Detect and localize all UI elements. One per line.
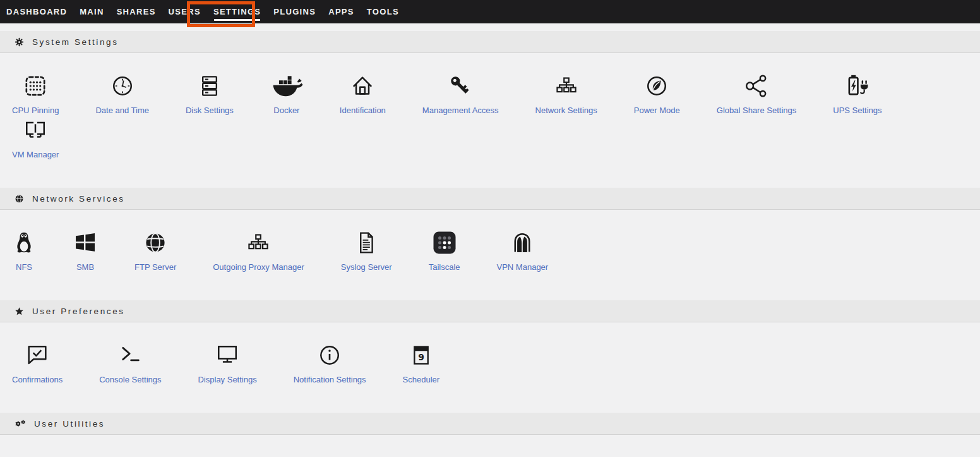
settings-item-ups-settings[interactable]: UPS Settings [815, 71, 900, 116]
section-user-preferences: User PreferencesConfirmationsConsole Set… [0, 300, 980, 413]
nav-tab-label: DASHBOARD [6, 7, 67, 16]
section-header-user-utilities: User Utilities [0, 413, 980, 435]
settings-item-notification-settings[interactable]: Notification Settings [275, 341, 385, 385]
settings-item-label: VPN Manager [497, 262, 549, 272]
section-user-utilities: User UtilitiesCommunity Applications [0, 413, 980, 457]
section-network-services: Network ServicesNFSSMBFTP ServerOutgoing… [0, 188, 980, 300]
settings-item-display-settings[interactable]: Display Settings [179, 341, 275, 385]
settings-item-community-applications[interactable]: Community Applications [0, 453, 118, 457]
star-icon [15, 307, 24, 316]
file-lines-icon [354, 228, 379, 257]
settings-item-label: Disk Settings [186, 106, 234, 116]
nav-tab-label: USERS [169, 7, 201, 16]
wireguard-icon [510, 228, 535, 257]
settings-item-console-settings[interactable]: Console Settings [81, 341, 179, 385]
nav-tab-label: APPS [328, 7, 354, 16]
tux-penguin-icon [12, 228, 36, 257]
settings-item-cpu-pinning[interactable]: CPU Pinning [0, 71, 77, 116]
server-stack-icon [197, 71, 222, 101]
settings-item-outgoing-proxy-manager[interactable]: Outgoing Proxy Manager [194, 228, 323, 272]
section-title: User Utilities [34, 419, 105, 429]
settings-page: DASHBOARDMAINSHARESUSERSSETTINGSPLUGINSA… [0, 0, 980, 457]
nav-tab-label: MAIN [80, 7, 104, 16]
comment-check-icon [25, 341, 50, 370]
section-header-user-preferences: User Preferences [0, 300, 980, 322]
settings-item-network-settings[interactable]: Network Settings [517, 71, 616, 116]
settings-item-management-access[interactable]: Management Access [404, 71, 517, 116]
settings-item-label: Tailscale [429, 262, 460, 272]
settings-item-identification[interactable]: Identification [321, 71, 404, 116]
settings-item-label: VM Manager [12, 150, 59, 160]
settings-item-scheduler[interactable]: 9Scheduler [385, 341, 458, 385]
gears-icon [15, 419, 26, 429]
settings-item-label: NFS [16, 262, 32, 272]
settings-item-smb[interactable]: SMB [54, 228, 116, 272]
nav-tab-apps[interactable]: APPS [322, 0, 361, 23]
terminal-icon [117, 341, 143, 370]
battery-plug-icon [844, 71, 871, 101]
settings-item-label: Console Settings [99, 375, 161, 385]
settings-item-disk-settings[interactable]: Disk Settings [167, 71, 252, 116]
settings-item-nfs[interactable]: NFS [0, 228, 54, 272]
cpu-pinning-icon [23, 71, 48, 101]
settings-item-power-mode[interactable]: Power Mode [616, 71, 698, 116]
settings-item-label: Docker [273, 106, 299, 116]
settings-item-label: Power Mode [634, 106, 680, 116]
settings-item-label: Outgoing Proxy Manager [213, 262, 304, 272]
sitemap-icon [554, 71, 579, 101]
calendar-icon: 9 [409, 341, 433, 370]
settings-item-ftp-server[interactable]: FTP Server [116, 228, 194, 272]
nav-tab-settings[interactable]: SETTINGS [207, 0, 267, 23]
nav-tab-tools[interactable]: TOOLS [361, 0, 405, 23]
nav-tab-label: SETTINGS [213, 7, 261, 16]
settings-item-label: Confirmations [12, 375, 63, 385]
section-title: User Preferences [32, 307, 125, 316]
settings-item-label: Identification [340, 106, 386, 116]
settings-item-vpn-manager[interactable]: VPN Manager [479, 228, 567, 272]
settings-item-label: Global Share Settings [717, 106, 796, 116]
section-title: Network Services [32, 194, 125, 204]
nav-tab-plugins[interactable]: PLUGINS [267, 0, 322, 23]
settings-item-label: Management Access [422, 106, 499, 116]
settings-item-syslog-server[interactable]: Syslog Server [323, 228, 410, 272]
settings-item-label: Scheduler [403, 375, 440, 385]
section-header-network-services: Network Services [0, 188, 980, 210]
section-header-system-settings: System Settings [0, 31, 980, 53]
nav-tab-label: SHARES [117, 7, 156, 16]
share-nodes-icon [744, 71, 769, 101]
globe-icon [15, 194, 24, 204]
globe-solid-icon [143, 228, 168, 257]
settings-item-label: FTP Server [134, 262, 176, 272]
settings-item-global-share-settings[interactable]: Global Share Settings [698, 71, 815, 116]
settings-item-label: Display Settings [198, 375, 256, 385]
settings-sections: System SettingsCPU PinningDate and TimeD… [0, 31, 980, 457]
settings-item-label: Network Settings [535, 106, 597, 116]
section-title: System Settings [32, 37, 119, 47]
settings-item-docker[interactable]: Docker [252, 71, 321, 116]
nav-tab-dashboard[interactable]: DASHBOARD [0, 0, 73, 23]
gear-icon [15, 37, 24, 47]
leaf-circle-icon [644, 71, 669, 101]
settings-item-tailscale[interactable]: Tailscale [410, 228, 479, 272]
settings-item-date-and-time[interactable]: Date and Time [77, 71, 167, 116]
svg-text:9: 9 [418, 352, 424, 362]
section-system-settings: System SettingsCPU PinningDate and TimeD… [0, 31, 980, 188]
nav-tab-main[interactable]: MAIN [73, 0, 110, 23]
settings-item-label: CPU Pinning [12, 106, 59, 116]
top-navbar: DASHBOARDMAINSHARESUSERSSETTINGSPLUGINSA… [0, 0, 980, 23]
monitor-icon [215, 341, 240, 370]
nav-tab-users[interactable]: USERS [162, 0, 207, 23]
nav-tab-shares[interactable]: SHARES [111, 0, 162, 23]
settings-item-confirmations[interactable]: Confirmations [0, 341, 81, 385]
section-items-user-preferences: ConfirmationsConsole SettingsDisplay Set… [0, 322, 980, 413]
clock-icon [110, 71, 135, 101]
settings-item-vm-manager[interactable]: VM Manager [0, 116, 77, 160]
nav-tab-label: TOOLS [367, 7, 399, 16]
settings-item-label: UPS Settings [833, 106, 881, 116]
settings-item-label: Notification Settings [294, 375, 366, 385]
section-items-system-settings: CPU PinningDate and TimeDisk SettingsDoc… [0, 53, 980, 188]
key-icon [448, 71, 473, 101]
dual-monitor-icon [23, 116, 48, 145]
house-icon [350, 71, 375, 101]
sitemap-icon [246, 228, 271, 257]
